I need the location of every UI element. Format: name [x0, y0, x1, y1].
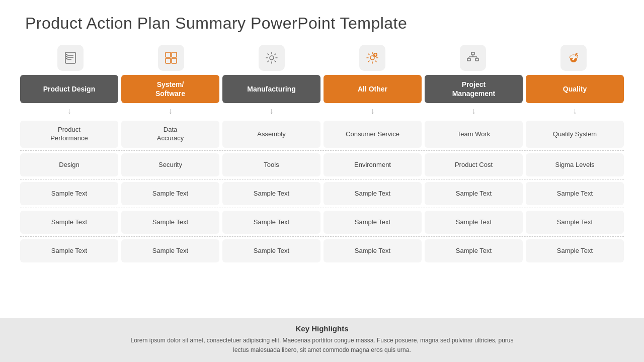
- header-product-design: Product Design: [20, 75, 118, 103]
- cell-2-5: Product Cost: [425, 153, 523, 176]
- system-software-icon: [158, 45, 184, 71]
- cell-1-2: Data Accuracy: [121, 121, 219, 148]
- icon-cell-quality: [523, 43, 624, 73]
- icon-cell-manufacturing: [221, 43, 322, 73]
- icons-row: [20, 43, 624, 73]
- arrow-6: ↓: [526, 106, 624, 116]
- data-row-5: Sample Text Sample Text Sample Text Samp…: [20, 237, 624, 265]
- project-management-icon: [460, 45, 486, 71]
- svg-rect-9: [166, 58, 171, 63]
- cell-4-2: Sample Text: [121, 211, 219, 234]
- cell-5-1: Sample Text: [20, 239, 118, 262]
- svg-rect-7: [166, 52, 171, 57]
- data-row-1: Product Performance Data Accuracy Assemb…: [20, 118, 624, 151]
- main-container: Product Action Plan Summary PowerPoint T…: [0, 0, 644, 362]
- title-area: Product Action Plan Summary PowerPoint T…: [0, 0, 644, 38]
- header-system-software: System/ Software: [121, 75, 219, 103]
- product-design-icon: [57, 45, 84, 71]
- cell-1-1: Product Performance: [20, 121, 118, 148]
- cell-1-4: Consumer Service: [324, 121, 422, 148]
- svg-rect-10: [172, 58, 177, 63]
- content-area: Product Design System/ Software Manufact…: [0, 38, 644, 318]
- arrow-row: ↓ ↓ ↓ ↓ ↓ ↓: [20, 106, 624, 116]
- cell-5-3: Sample Text: [222, 239, 320, 262]
- cell-4-3: Sample Text: [222, 211, 320, 234]
- svg-rect-4: [66, 54, 67, 55]
- arrow-4: ↓: [324, 106, 422, 116]
- footer-title: Key Highlights: [25, 324, 619, 333]
- data-rows: Product Performance Data Accuracy Assemb…: [20, 118, 624, 265]
- cell-3-6: Sample Text: [526, 182, 624, 205]
- footer-text: Lorem ipsum dolor sit amet, consectetuer…: [25, 336, 619, 355]
- cell-1-3: Assembly: [222, 121, 320, 148]
- cell-5-6: Sample Text: [526, 239, 624, 262]
- header-manufacturing: Manufacturing: [222, 75, 320, 103]
- cell-3-3: Sample Text: [222, 182, 320, 205]
- arrow-1: ↓: [20, 106, 118, 116]
- cell-3-5: Sample Text: [425, 182, 523, 205]
- arrow-5: ↓: [425, 106, 523, 116]
- cell-5-4: Sample Text: [324, 239, 422, 262]
- svg-rect-15: [467, 58, 470, 61]
- cell-1-5: Team Work: [425, 121, 523, 148]
- svg-rect-5: [66, 56, 67, 57]
- cell-3-1: Sample Text: [20, 182, 118, 205]
- data-row-2: Design Security Tools Environment Produc…: [20, 151, 624, 179]
- arrow-3: ↓: [222, 106, 320, 116]
- cell-2-1: Design: [20, 153, 118, 176]
- cell-4-5: Sample Text: [425, 211, 523, 234]
- header-project-management: Project Management: [425, 75, 523, 103]
- svg-rect-8: [172, 52, 177, 57]
- cell-3-2: Sample Text: [121, 182, 219, 205]
- svg-rect-14: [471, 52, 474, 55]
- cell-5-5: Sample Text: [425, 239, 523, 262]
- icon-cell-system-software: [121, 43, 221, 73]
- quality-icon: [560, 45, 587, 71]
- header-all-other: All Other: [324, 75, 422, 103]
- icon-cell-product-design: [20, 43, 121, 73]
- icon-cell-all-other: [322, 43, 423, 73]
- header-quality: Quality: [526, 75, 624, 103]
- svg-point-12: [370, 56, 374, 60]
- cell-3-4: Sample Text: [324, 182, 422, 205]
- all-other-icon: [359, 45, 385, 71]
- cell-2-2: Security: [121, 153, 219, 176]
- cell-1-6: Quality System: [526, 121, 624, 148]
- cell-2-3: Tools: [222, 153, 320, 176]
- data-row-3: Sample Text Sample Text Sample Text Samp…: [20, 179, 624, 208]
- cell-4-1: Sample Text: [20, 211, 118, 234]
- cell-5-2: Sample Text: [121, 239, 219, 262]
- arrow-2: ↓: [121, 106, 219, 116]
- icon-cell-project-management: [423, 43, 523, 73]
- cell-2-6: Sigma Levels: [526, 153, 624, 176]
- cell-2-4: Environment: [324, 153, 422, 176]
- manufacturing-icon: [259, 45, 285, 71]
- svg-point-11: [270, 56, 274, 60]
- page-title: Product Action Plan Summary PowerPoint T…: [25, 14, 619, 33]
- headers-row: Product Design System/ Software Manufact…: [20, 75, 624, 103]
- svg-rect-6: [66, 58, 67, 59]
- svg-rect-16: [475, 58, 478, 61]
- footer: Key Highlights Lorem ipsum dolor sit ame…: [0, 318, 644, 362]
- cell-4-6: Sample Text: [526, 211, 624, 234]
- data-row-4: Sample Text Sample Text Sample Text Samp…: [20, 208, 624, 237]
- cell-4-4: Sample Text: [324, 211, 422, 234]
